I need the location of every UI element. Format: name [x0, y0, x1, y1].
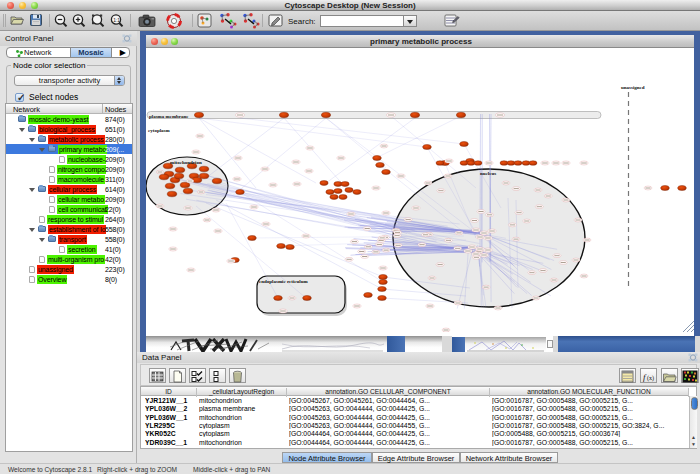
- svg-text:plasma membrane: plasma membrane: [149, 114, 189, 119]
- svg-text:cytoplasm: cytoplasm: [148, 128, 171, 133]
- svg-text:endoplasmic reticulum: endoplasmic reticulum: [259, 279, 308, 284]
- svg-text:1:1: 1:1: [113, 17, 120, 23]
- svg-text:(x): (x): [647, 375, 654, 382]
- svg-text:unassigned: unassigned: [621, 85, 645, 90]
- svg-text:mitochondrion: mitochondrion: [170, 160, 202, 165]
- svg-text:nucleus: nucleus: [480, 171, 496, 176]
